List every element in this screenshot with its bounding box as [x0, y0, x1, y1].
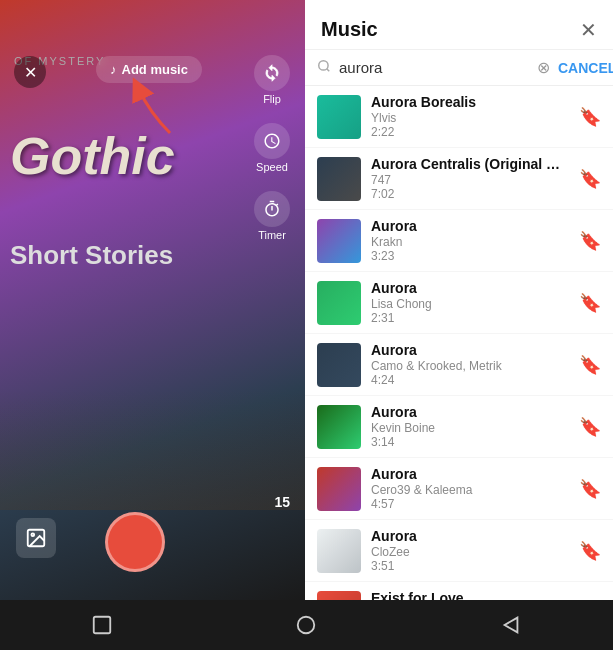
bookmark-icon[interactable]: 🔖	[579, 540, 601, 562]
svg-point-3	[319, 61, 328, 70]
song-list: Aurora Borealis Ylvis 2:22 🔖 Aurora Cent…	[305, 86, 613, 600]
counter-badge: 15	[274, 494, 290, 510]
song-title: Exist for Love	[371, 590, 569, 600]
song-duration: 4:57	[371, 497, 569, 511]
svg-point-6	[298, 617, 315, 634]
song-duration: 3:51	[371, 559, 569, 573]
music-header: Music ✕	[305, 0, 613, 50]
bookmark-icon[interactable]: 🔖	[579, 292, 601, 314]
svg-rect-5	[94, 617, 111, 634]
timer-label: Timer	[258, 229, 286, 241]
song-list-item[interactable]: Aurora Borealis Ylvis 2:22 🔖	[305, 86, 613, 148]
song-thumbnail	[317, 281, 361, 325]
song-duration: 2:22	[371, 125, 569, 139]
song-info: Aurora Krakn 3:23	[371, 218, 569, 263]
bookmark-icon[interactable]: 🔖	[579, 230, 601, 252]
song-title: Aurora Centralis (Original Mix)	[371, 156, 569, 172]
song-artist: Kevin Boine	[371, 421, 569, 435]
song-thumbnail	[317, 343, 361, 387]
speed-icon	[254, 123, 290, 159]
song-info: Aurora Camo & Krooked, Metrik 4:24	[371, 342, 569, 387]
song-info: Aurora CloZee 3:51	[371, 528, 569, 573]
speed-label: Speed	[256, 161, 288, 173]
song-duration: 2:31	[371, 311, 569, 325]
song-artist: Cero39 & Kaleema	[371, 483, 569, 497]
search-clear-button[interactable]: ⊗	[537, 58, 550, 77]
flip-icon	[254, 55, 290, 91]
bookmark-icon[interactable]: 🔖	[579, 168, 601, 190]
song-list-item[interactable]: Exist for Love AURORA 4:13 🔖	[305, 582, 613, 600]
song-info: Aurora Kevin Boine 3:14	[371, 404, 569, 449]
song-list-item[interactable]: Aurora Krakn 3:23 🔖	[305, 210, 613, 272]
search-input[interactable]	[339, 59, 529, 76]
song-artist: Lisa Chong	[371, 297, 569, 311]
bottom-nav	[0, 600, 613, 650]
music-close-button[interactable]: ✕	[580, 20, 597, 40]
camera-view: OF MYSTERY Gothic Short Stories ✕ ♪ Add …	[0, 0, 305, 600]
song-title: Aurora Borealis	[371, 94, 569, 110]
timer-button[interactable]: Timer	[254, 191, 290, 241]
song-thumbnail	[317, 405, 361, 449]
song-info: Aurora Cero39 & Kaleema 4:57	[371, 466, 569, 511]
flip-label: Flip	[263, 93, 281, 105]
song-list-item[interactable]: Aurora Lisa Chong 2:31 🔖	[305, 272, 613, 334]
bookmark-icon[interactable]: 🔖	[579, 106, 601, 128]
song-title: Aurora	[371, 404, 569, 420]
bookmark-icon[interactable]: 🔖	[579, 478, 601, 500]
song-thumbnail	[317, 95, 361, 139]
bookmark-icon[interactable]: 🔖	[579, 416, 601, 438]
record-button[interactable]	[105, 512, 165, 572]
song-info: Aurora Centralis (Original Mix) 747 7:02	[371, 156, 569, 201]
song-duration: 3:14	[371, 435, 569, 449]
song-thumbnail	[317, 591, 361, 601]
graves-area	[0, 390, 305, 510]
song-artist: Camo & Krooked, Metrik	[371, 359, 569, 373]
music-note-icon: ♪	[110, 62, 117, 77]
book-subtitle: Short Stories	[10, 240, 173, 271]
song-thumbnail	[317, 157, 361, 201]
song-title: Aurora	[371, 528, 569, 544]
song-info: Aurora Lisa Chong 2:31	[371, 280, 569, 325]
song-thumbnail	[317, 467, 361, 511]
cancel-search-button[interactable]: CANCEL	[558, 60, 613, 76]
speed-button[interactable]: Speed	[254, 123, 290, 173]
song-title: Aurora	[371, 218, 569, 234]
song-info: Exist for Love AURORA 4:13	[371, 590, 569, 600]
svg-line-4	[327, 69, 330, 72]
svg-marker-7	[504, 618, 517, 633]
record-button-container	[105, 512, 165, 572]
song-duration: 3:23	[371, 249, 569, 263]
song-info: Aurora Borealis Ylvis 2:22	[371, 94, 569, 139]
song-artist: 747	[371, 173, 569, 187]
song-title: Aurora	[371, 342, 569, 358]
music-panel: Music ✕ ⊗ CANCEL Aurora Borealis Ylvis 2…	[305, 0, 613, 600]
close-button[interactable]: ✕	[14, 56, 46, 88]
svg-point-2	[31, 533, 34, 536]
song-artist: Krakn	[371, 235, 569, 249]
nav-square-button[interactable]	[88, 611, 116, 639]
song-list-item[interactable]: Aurora Cero39 & Kaleema 4:57 🔖	[305, 458, 613, 520]
nav-back-button[interactable]	[497, 611, 525, 639]
timer-icon	[254, 191, 290, 227]
song-artist: Ylvis	[371, 111, 569, 125]
arrow-indicator	[120, 68, 200, 148]
song-title: Aurora	[371, 280, 569, 296]
search-icon	[317, 59, 331, 76]
music-panel-title: Music	[321, 18, 378, 41]
nav-home-button[interactable]	[292, 611, 320, 639]
search-bar: ⊗ CANCEL	[305, 50, 613, 86]
song-list-item[interactable]: Aurora CloZee 3:51 🔖	[305, 520, 613, 582]
song-thumbnail	[317, 219, 361, 263]
song-list-item[interactable]: Aurora Camo & Krooked, Metrik 4:24 🔖	[305, 334, 613, 396]
song-thumbnail	[317, 529, 361, 573]
song-title: Aurora	[371, 466, 569, 482]
flip-button[interactable]: Flip	[254, 55, 290, 105]
song-list-item[interactable]: Aurora Centralis (Original Mix) 747 7:02…	[305, 148, 613, 210]
song-duration: 7:02	[371, 187, 569, 201]
right-toolbar: Flip Speed Timer	[254, 55, 290, 241]
song-artist: CloZee	[371, 545, 569, 559]
bookmark-icon[interactable]: 🔖	[579, 354, 601, 376]
song-duration: 4:24	[371, 373, 569, 387]
gallery-button[interactable]	[16, 518, 56, 558]
song-list-item[interactable]: Aurora Kevin Boine 3:14 🔖	[305, 396, 613, 458]
